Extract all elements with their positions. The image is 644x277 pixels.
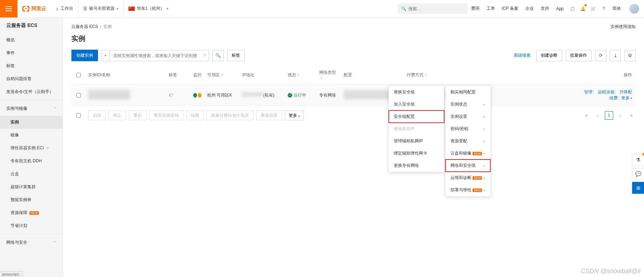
sidebar-item-overview[interactable]: 概览 bbox=[0, 34, 63, 47]
global-search[interactable]: 🔍 bbox=[398, 3, 468, 14]
menu-item-购买相同配置[interactable]: 购买相同配置 bbox=[446, 86, 490, 98]
menu-item-密码/密钥[interactable]: 密码/密钥▸ bbox=[446, 123, 490, 135]
col-ops: 操作 bbox=[474, 72, 636, 78]
sidebar-item-selfdiag[interactable]: 自助问题排查 bbox=[0, 72, 63, 85]
workspace-button[interactable]: ⌂ 工作台 bbox=[51, 0, 78, 17]
attr-search: ▾ ? bbox=[102, 50, 209, 61]
sidebar-group-label: 网络与安全 bbox=[6, 240, 27, 246]
op-remote[interactable]: 远程连接 bbox=[598, 90, 615, 94]
avatar[interactable] bbox=[629, 4, 639, 14]
submenu-item-管理辅助私网IP[interactable]: 管理辅助私网IP bbox=[389, 135, 444, 147]
sidebar-item-专有宿主机 DDH[interactable]: 专有宿主机 DDH bbox=[0, 155, 63, 168]
menu-button[interactable] bbox=[0, 0, 18, 17]
tag-filter-button[interactable]: 标签 bbox=[227, 50, 245, 61]
menu-item-网络和安全组[interactable]: 网络和安全组▸ bbox=[446, 159, 490, 172]
float-apps-icon[interactable]: ⊞ bbox=[632, 182, 644, 194]
sidebar-item-sendcmd[interactable]: 发送命令/文件（云助手） bbox=[0, 85, 63, 98]
filter-icon[interactable]: ▿ bbox=[425, 73, 427, 77]
top-link-app[interactable]: App bbox=[553, 0, 567, 17]
create-instance-button[interactable]: 创建实例 bbox=[71, 50, 98, 61]
search-button[interactable]: 🔍 bbox=[212, 50, 224, 61]
create-diagnosis-button[interactable]: 创建诊断 bbox=[536, 50, 562, 61]
refresh-button[interactable]: ⟳ bbox=[595, 50, 606, 61]
sidebar-item-节省计划[interactable]: 节省计划 bbox=[0, 219, 63, 232]
chevron-right-icon: ▸ bbox=[484, 188, 485, 192]
top-link-cost[interactable]: 费用 bbox=[468, 0, 483, 17]
bulk-ops-button[interactable]: 批量操作 bbox=[566, 50, 592, 61]
page-title: 实例 bbox=[71, 34, 636, 43]
export-button[interactable]: ⤓ bbox=[610, 50, 621, 61]
top-link-enterprise[interactable]: 企业 bbox=[522, 0, 537, 17]
region-dropdown[interactable]: 华东1（杭州） ▾ bbox=[124, 0, 173, 17]
float-experiment-icon[interactable]: ⚗ bbox=[632, 154, 644, 166]
sidebar-group-instance[interactable]: 实例与镜像 ⌃ bbox=[0, 101, 63, 116]
brand-logo[interactable]: 阿里云 bbox=[18, 6, 51, 12]
submenu-item-加入安全组[interactable]: 加入安全组 bbox=[389, 98, 444, 111]
filter-icon[interactable]: ▿ bbox=[321, 76, 323, 80]
cloudshell-icon[interactable]: ▢ bbox=[567, 0, 578, 17]
settings-button[interactable]: ⚙ bbox=[624, 50, 636, 61]
tag-icon[interactable]: 🏷 bbox=[169, 93, 173, 98]
pager-prev[interactable]: ‹ bbox=[594, 111, 602, 120]
global-search-input[interactable] bbox=[408, 6, 464, 11]
search-type-dropdown[interactable]: ▾ bbox=[102, 50, 110, 61]
select-all-checkbox[interactable] bbox=[76, 73, 81, 77]
col-id[interactable]: 实例ID/名称 bbox=[85, 72, 166, 78]
op-manage[interactable]: 管理 bbox=[584, 90, 593, 94]
filter-icon[interactable]: ▿ bbox=[298, 73, 300, 77]
help-icon[interactable]: ? bbox=[598, 0, 609, 17]
col-zone[interactable]: 可用区▿ bbox=[204, 72, 239, 78]
sidebar-item-tags[interactable]: 标签 bbox=[0, 59, 63, 72]
submenu-item-绑定辅助弹性网卡[interactable]: 绑定辅助弹性网卡 bbox=[389, 147, 444, 159]
bulk-stop: 停止 bbox=[108, 111, 126, 120]
breadcrumb-root[interactable]: 云服务器 ECS bbox=[71, 24, 98, 30]
col-status[interactable]: 状态▿ bbox=[285, 72, 316, 78]
sidebar-group-network[interactable]: 网络与安全 ⌃ bbox=[0, 235, 63, 250]
pager-first[interactable]: « bbox=[582, 111, 591, 120]
submenu-item-替换安全组[interactable]: 替换安全组 bbox=[389, 86, 444, 98]
sidebar-item-资源保障[interactable]: 资源保障 NEW bbox=[0, 206, 63, 219]
menu-item-云盘和镜像[interactable]: 云盘和镜像 NEW▸ bbox=[446, 147, 490, 159]
sidebar-item-云盒[interactable]: 云盒 bbox=[0, 168, 63, 180]
advanced-search-link[interactable]: 高级搜索 bbox=[512, 52, 533, 58]
sidebar-item-镜像[interactable]: 镜像 bbox=[0, 129, 63, 142]
pager-next[interactable]: › bbox=[616, 111, 624, 120]
sidebar-item-实例[interactable]: 实例 bbox=[0, 116, 63, 129]
language-switch[interactable]: 简体 bbox=[609, 0, 624, 17]
usage-notice-link[interactable]: 实例使用须知 bbox=[610, 24, 636, 30]
notifications-icon[interactable]: 🔔 bbox=[578, 0, 588, 17]
pager-page-1[interactable]: 1 bbox=[605, 111, 613, 120]
op-renew[interactable]: 续费 bbox=[609, 95, 618, 100]
submenu-item-更换专有网络[interactable]: 更换专有网络 bbox=[389, 159, 444, 172]
op-upgrade[interactable]: 升降配 bbox=[620, 90, 632, 94]
float-feedback-icon[interactable]: 💬 bbox=[632, 168, 644, 180]
monitor-icons[interactable] bbox=[193, 93, 202, 98]
filter-icon[interactable]: ▿ bbox=[221, 73, 223, 77]
top-link-support[interactable]: 支持 bbox=[537, 0, 553, 17]
menu-item-资源变配[interactable]: 资源变配▸ bbox=[446, 135, 490, 147]
menu-item-部署与弹性[interactable]: 部署与弹性 NEW▸ bbox=[446, 184, 490, 196]
menu-item-运维和诊断[interactable]: 运维和诊断 NEW▸ bbox=[446, 172, 490, 184]
top-link-ticket[interactable]: 工单 bbox=[483, 0, 498, 17]
sidebar-item-超级计算集群[interactable]: 超级计算集群 bbox=[0, 180, 63, 193]
resource-scope-dropdown[interactable]: ☰ 账号全部资源 ▾ bbox=[78, 0, 124, 17]
attr-search-input[interactable] bbox=[110, 53, 201, 58]
sidebar-item-events[interactable]: 事件 bbox=[0, 47, 63, 59]
bulk-more[interactable]: 更多▴ bbox=[285, 111, 304, 120]
pager-last[interactable]: » bbox=[627, 111, 636, 120]
row-checkbox[interactable] bbox=[76, 93, 81, 98]
toolbar: 创建实例 ▾ ? 🔍 标签 高级搜索 创建诊断 批量操作 ⟳ ⤓ ⚙ bbox=[71, 50, 636, 61]
col-nettype[interactable]: 网络类型▿ bbox=[316, 70, 341, 80]
sidebar-item-弹性容器实例 ECI[interactable]: 弹性容器实例 ECI ↗ bbox=[0, 142, 63, 155]
top-link-icp[interactable]: ICP 备案 bbox=[498, 0, 522, 17]
menu-item-实例设置[interactable]: 实例设置▸ bbox=[446, 111, 490, 123]
cart-icon[interactable]: 🛒 bbox=[588, 0, 598, 17]
op-more-dropdown[interactable]: 更多 ▾ bbox=[621, 95, 632, 101]
col-paytype[interactable]: 付费方式▿ bbox=[404, 72, 474, 78]
sidebar-item-预留实例券[interactable]: 预留实例券 bbox=[0, 193, 63, 206]
bulk-checkbox[interactable] bbox=[76, 113, 81, 118]
chevron-right-icon: ▸ bbox=[484, 164, 485, 168]
submenu-item-安全组配置[interactable]: 安全组配置 bbox=[389, 111, 444, 123]
search-hint-icon[interactable]: ? bbox=[201, 53, 209, 58]
menu-item-实例状态[interactable]: 实例状态▸ bbox=[446, 98, 490, 111]
